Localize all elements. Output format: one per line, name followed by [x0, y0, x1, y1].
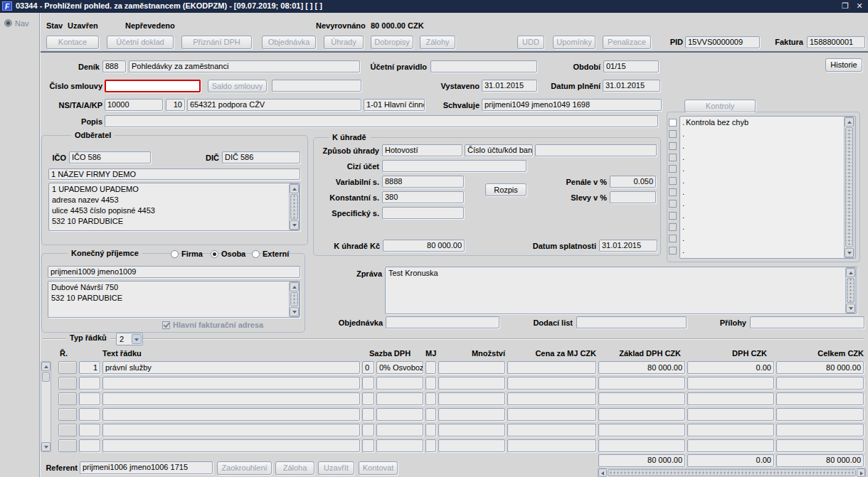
- kontrola-checkbox-3[interactable]: [669, 142, 677, 150]
- cell-text[interactable]: [102, 424, 360, 436]
- cell-sazba-code[interactable]: [362, 377, 374, 390]
- cell-mj[interactable]: [425, 392, 436, 405]
- k-uhrade-kc-field[interactable]: 80 000.00: [383, 240, 465, 252]
- scroll-down-icon[interactable]: [845, 248, 854, 257]
- cell-sazba-name[interactable]: [376, 424, 423, 436]
- cell-celkem[interactable]: 80 000.00: [776, 361, 864, 374]
- kontrola-checkbox-7[interactable]: [669, 188, 677, 196]
- variabilni-s-field[interactable]: 8888: [382, 176, 464, 188]
- penale-field[interactable]: 0.050: [610, 176, 656, 188]
- cell-celkem[interactable]: [776, 408, 864, 421]
- zalohy-button[interactable]: Zálohy: [420, 36, 455, 49]
- cell-r[interactable]: [79, 424, 100, 436]
- dobropisy-button[interactable]: Dobropisy: [371, 36, 413, 49]
- cell-zaklad[interactable]: [598, 439, 685, 452]
- cell-mj[interactable]: [425, 361, 436, 374]
- cell-sazba-name[interactable]: 0% Osvoboz: [376, 361, 423, 374]
- cizi-ucet-field[interactable]: [382, 160, 526, 172]
- cell-cena[interactable]: [507, 361, 596, 374]
- priznani-dph-button[interactable]: Přiznání DPH: [181, 36, 252, 49]
- datum-splatnosti-field[interactable]: 31.01.2015: [599, 240, 657, 252]
- typ-radku-dropdown[interactable]: 2: [116, 333, 143, 345]
- referent-field[interactable]: prijmeni1006 jmeno1006 1715: [80, 461, 213, 474]
- scroll-up-icon[interactable]: [290, 282, 299, 291]
- upominky-button[interactable]: Upomínky: [553, 36, 596, 49]
- scroll-up-icon[interactable]: [290, 184, 299, 193]
- cell-dph[interactable]: [687, 424, 774, 436]
- cell-sazba-name[interactable]: [376, 439, 423, 452]
- scroll-up-icon[interactable]: [41, 362, 51, 371]
- kontrola-checkbox-1[interactable]: [669, 119, 677, 127]
- cell-mj[interactable]: [425, 408, 436, 421]
- kontroly-list-scrollbar[interactable]: [844, 117, 854, 258]
- dodaci-list-field[interactable]: [576, 316, 687, 328]
- restore-icon[interactable]: ❐: [840, 1, 851, 11]
- uzavrit-button[interactable]: Uzavřít: [318, 461, 354, 475]
- cell-zaklad[interactable]: [598, 424, 685, 436]
- scroll-thumb[interactable]: [845, 127, 853, 247]
- firma-radio[interactable]: [171, 250, 179, 258]
- kontrola-checkbox-11[interactable]: [669, 235, 677, 242]
- prijemce-address-scrollbar[interactable]: [289, 282, 300, 317]
- cell-dph[interactable]: [687, 439, 774, 452]
- kontrola-checkbox-10[interactable]: [669, 223, 677, 231]
- prilohy-field[interactable]: [750, 316, 864, 328]
- cell-zaklad[interactable]: 80 000.00: [598, 361, 685, 374]
- konstantni-s-field[interactable]: 380: [382, 191, 464, 203]
- penalizace-button[interactable]: Penalizace: [603, 36, 651, 49]
- kontovat-button[interactable]: Kontovat: [359, 461, 398, 475]
- kontrola-checkbox-5[interactable]: [669, 165, 677, 173]
- cell-sazba-code[interactable]: [362, 408, 374, 421]
- scroll-down-icon[interactable]: [846, 304, 855, 313]
- row-selector[interactable]: [58, 424, 77, 436]
- zprava-field[interactable]: Test Kronuska: [385, 267, 857, 314]
- zpusob-uhrady-field[interactable]: Hotovostí: [382, 144, 462, 156]
- row-selector[interactable]: [58, 408, 77, 421]
- historie-button[interactable]: Historie: [825, 58, 862, 72]
- pid-field[interactable]: 15VVS0000009: [685, 36, 760, 48]
- chevron-down-icon[interactable]: [132, 334, 142, 344]
- cell-r[interactable]: [79, 392, 100, 405]
- kontroly-button[interactable]: Kontroly: [684, 100, 756, 112]
- cell-mnozstvi[interactable]: [438, 361, 505, 374]
- cell-sazba-name[interactable]: [376, 377, 423, 390]
- row-selector[interactable]: [58, 439, 77, 452]
- cell-text[interactable]: [102, 408, 360, 421]
- cell-zaklad[interactable]: [598, 392, 685, 405]
- kontroly-list[interactable]: [679, 116, 856, 259]
- scroll-thumb[interactable]: [290, 194, 298, 220]
- popis-field[interactable]: [105, 115, 658, 127]
- ucetni-pravidlo-field[interactable]: [430, 60, 537, 73]
- rozpis-button[interactable]: Rozpis: [485, 183, 526, 196]
- cell-sazba-name[interactable]: [376, 408, 423, 421]
- cell-text[interactable]: [102, 392, 360, 405]
- scroll-left-icon[interactable]: [598, 468, 607, 477]
- slevy-field[interactable]: [610, 191, 656, 203]
- kontace-button[interactable]: Kontace: [46, 36, 99, 49]
- scroll-right-icon[interactable]: [857, 468, 865, 477]
- cell-r[interactable]: [79, 408, 100, 421]
- zprava-scrollbar[interactable]: [845, 267, 856, 313]
- denik-name-field[interactable]: Pohledávky za zaměstnanci: [129, 60, 360, 73]
- cislo-smlouvy-field[interactable]: [105, 80, 201, 92]
- cell-mj[interactable]: [425, 377, 436, 390]
- kontrola-checkbox-12[interactable]: [669, 247, 677, 254]
- odberatel-address-scrollbar[interactable]: [289, 183, 300, 230]
- kp-field[interactable]: 1-01 Hlavní činnost: [364, 99, 425, 111]
- udd-button[interactable]: UDD: [517, 36, 544, 49]
- table-hscrollbar[interactable]: [598, 468, 866, 477]
- cell-mj[interactable]: [425, 424, 436, 436]
- prijemce-name-field[interactable]: prijmeni1009 jmeno1009: [48, 266, 300, 278]
- scroll-down-icon[interactable]: [41, 442, 51, 451]
- dic-field[interactable]: DIČ 586: [222, 151, 300, 164]
- cell-sazba-name[interactable]: [376, 392, 423, 405]
- cell-text[interactable]: [102, 377, 360, 390]
- kontrola-checkbox-9[interactable]: [669, 212, 677, 220]
- cell-zaklad[interactable]: [598, 377, 685, 390]
- cell-mnozstvi[interactable]: [438, 392, 505, 405]
- ta-field[interactable]: 10: [166, 99, 185, 111]
- schvaluje-field[interactable]: prijmeni1049 jmeno1049 1698: [482, 99, 662, 111]
- cell-celkem[interactable]: [776, 424, 864, 436]
- cell-sazba-code[interactable]: 0: [362, 361, 374, 374]
- kontrola-checkbox-6[interactable]: [669, 177, 677, 185]
